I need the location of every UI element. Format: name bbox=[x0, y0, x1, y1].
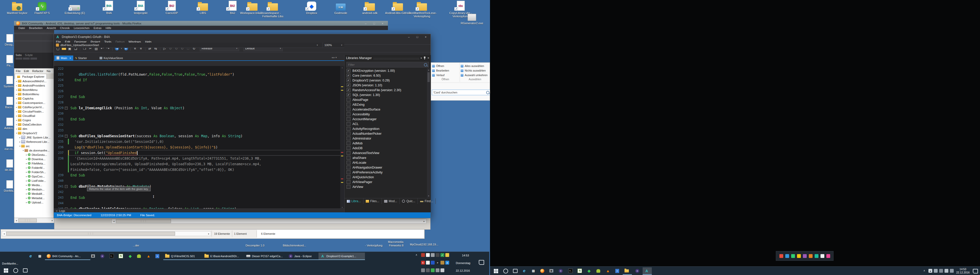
code-line[interactable]: 243End Sub bbox=[54, 195, 344, 201]
scroll-left-arrow[interactable]: ◂ bbox=[14, 219, 18, 222]
code-line[interactable]: 236 Log($"dbxFiles_UploadSessionStart(${… bbox=[54, 144, 344, 150]
library-checkbox[interactable] bbox=[347, 175, 350, 179]
library-item[interactable]: ✓DropboxV2 (version: 0.29) bbox=[345, 78, 427, 83]
library-checkbox[interactable] bbox=[347, 151, 350, 155]
tree-expander-icon[interactable]: ▸ bbox=[25, 180, 28, 182]
action-center-icon[interactable] bbox=[479, 260, 484, 265]
library-checkbox[interactable]: ✓ bbox=[347, 78, 350, 82]
library-item[interactable]: Administrator bbox=[345, 136, 427, 141]
tree-expander-icon[interactable]: ▸ bbox=[15, 84, 18, 87]
tree-expander-icon[interactable]: ▸ bbox=[15, 101, 18, 104]
eclipse-hscrollbar[interactable]: ◂ ⋮⋮⋮ ▸ bbox=[111, 219, 426, 224]
code-line[interactable]: 229−Sub lv_ItemLongClick (Position As In… bbox=[54, 105, 344, 111]
close-tab-icon[interactable]: × bbox=[69, 57, 71, 60]
tray-icon[interactable]: > bbox=[436, 261, 439, 265]
firefox-menu-item[interactable]: Bearbeiten bbox=[27, 27, 45, 30]
library-item[interactable]: ✓Core (version: 6.50) bbox=[345, 73, 427, 78]
tree-item[interactable]: ▸Media... bbox=[14, 183, 54, 187]
tree-item[interactable]: ▸DbxGestu... bbox=[14, 153, 54, 157]
code-fold-icon[interactable]: − bbox=[65, 185, 68, 188]
editor-zoom-select[interactable]: 100% ▾ bbox=[323, 43, 344, 47]
tree-item[interactable]: ▸BottomMenu bbox=[14, 92, 54, 96]
ribbon-command[interactable]: Öffnen bbox=[432, 64, 458, 68]
code-line[interactable]: 228 bbox=[54, 100, 344, 105]
eclipse-menu-item[interactable]: Refactor bbox=[30, 70, 45, 73]
library-checkbox[interactable] bbox=[347, 117, 350, 121]
desktop-icon[interactable]: ↗LIBS bbox=[189, 1, 216, 15]
code-line[interactable]: 227End Sub bbox=[54, 94, 344, 100]
taskbar-button[interactable]: e bbox=[27, 253, 35, 259]
tree-item[interactable]: ▸Upload... bbox=[14, 200, 54, 204]
scroll-left-arrow[interactable]: ◂ bbox=[2, 232, 6, 235]
library-checkbox[interactable]: ✓ bbox=[347, 83, 350, 87]
library-item[interactable]: ✓B4XEncryption (version: 1.00) bbox=[345, 68, 427, 73]
library-item[interactable]: AdoDB bbox=[345, 145, 427, 150]
tab-package-explorer[interactable]: Package Explorer bbox=[15, 74, 47, 79]
tray-overflow-icon[interactable] bbox=[821, 254, 824, 258]
firefox-menu-item[interactable]: Datei bbox=[17, 27, 27, 30]
tray-icon[interactable]: ✓ bbox=[441, 253, 444, 257]
ribbon-command[interactable]: Auswahl umkehren bbox=[461, 73, 489, 77]
taskbar-app-button[interactable] bbox=[595, 267, 604, 274]
tray-icon[interactable] bbox=[441, 269, 444, 272]
tree-item[interactable]: ▸Referenced Libr... bbox=[14, 139, 54, 144]
tray-overflow-icon[interactable] bbox=[780, 254, 783, 258]
tree-item[interactable]: ▸Downloa... bbox=[14, 157, 54, 161]
tray-icon[interactable] bbox=[431, 261, 434, 265]
desktop-icon[interactable]: RGenerator2.exe bbox=[458, 11, 485, 25]
library-item[interactable]: AirView bbox=[345, 184, 427, 189]
taskbar-app-button[interactable]: ▣ bbox=[548, 267, 557, 274]
panel-tab-libra[interactable]: Libra... bbox=[345, 198, 363, 204]
code-line[interactable]: LocalPath=/storage/emulated/0, UploadFin… bbox=[54, 161, 344, 167]
code-line[interactable]: 232 bbox=[54, 122, 344, 128]
library-item[interactable]: ActivityRecognition bbox=[345, 126, 427, 131]
code-line[interactable]: 240 bbox=[54, 178, 344, 183]
tray-icon[interactable] bbox=[934, 269, 938, 273]
close-button[interactable]: × bbox=[422, 35, 429, 39]
library-checkbox[interactable]: ✓ bbox=[347, 88, 350, 92]
taskbar-button[interactable]: >_ bbox=[108, 253, 116, 259]
panel-tab-mod[interactable]: Mod... bbox=[382, 198, 400, 204]
firefox-menu-item[interactable]: Ansicht bbox=[45, 27, 58, 30]
tree-item[interactable]: ▸CdsRecyclerVi... bbox=[14, 105, 54, 109]
tray-overflow-icon[interactable] bbox=[797, 254, 801, 258]
library-checkbox[interactable] bbox=[347, 185, 350, 189]
scroll-right-arrow[interactable]: ▸ bbox=[422, 220, 426, 223]
panel-tab-quic[interactable]: Quic... bbox=[400, 198, 418, 204]
tree-item[interactable]: ▸Coges bbox=[14, 118, 54, 122]
tray-icon[interactable] bbox=[950, 269, 954, 273]
tray-expand-chevron[interactable]: ∧ bbox=[415, 253, 417, 256]
libraries-list[interactable]: ✓B4XEncryption (version: 1.00)✓Core (ver… bbox=[345, 68, 427, 198]
desktop-icon[interactable]: ↗Entwicklung (E) bbox=[61, 1, 88, 15]
library-item[interactable]: AHLocale bbox=[345, 160, 427, 165]
code-line[interactable]: 239End Sub bbox=[54, 172, 344, 178]
taskbar-app-button[interactable]: e bbox=[520, 267, 529, 274]
tree-expander-icon[interactable]: ▸ bbox=[15, 97, 18, 100]
desktop-icon[interactable]: B4A↗testprojekt bbox=[127, 1, 154, 15]
code-line[interactable]: 223 dbxFiles.listFolder(fld.PathLower,Fa… bbox=[54, 71, 344, 77]
ribbon-command[interactable]: Verlauf bbox=[432, 73, 458, 77]
taskbar-app-button[interactable]: ≡ bbox=[614, 267, 623, 274]
library-item[interactable]: ✓JSON (version: 1.10) bbox=[345, 83, 427, 88]
library-checkbox[interactable]: ✓ bbox=[347, 69, 350, 73]
tree-item[interactable]: ▸ListFolde... bbox=[14, 179, 54, 183]
library-checkbox[interactable] bbox=[347, 180, 350, 184]
libraries-filter-input[interactable] bbox=[347, 63, 422, 66]
code-line[interactable]: 238 '{SessionId=AAAAAAAABEsC88Cd5UrifyA,… bbox=[54, 156, 344, 161]
tray-clock-date[interactable]: 22.12.2016 bbox=[456, 269, 470, 272]
code-line[interactable]: 233 bbox=[54, 128, 344, 133]
code-line[interactable]: 234−Sub dbxFiles_UploadSessionStart(succ… bbox=[54, 133, 344, 139]
library-checkbox[interactable]: ✓ bbox=[347, 93, 350, 97]
tree-item[interactable]: ▸Metadat... bbox=[14, 196, 54, 200]
tree-item[interactable]: ▸AndroidProviders bbox=[14, 83, 54, 88]
tree-expander-icon[interactable]: ▸ bbox=[15, 93, 18, 95]
tree-expander-icon[interactable]: ▸ bbox=[25, 201, 28, 204]
library-checkbox[interactable] bbox=[347, 161, 350, 164]
tray-icon[interactable] bbox=[426, 269, 430, 272]
library-checkbox[interactable] bbox=[347, 103, 350, 106]
tray-overflow-icon[interactable] bbox=[785, 254, 789, 258]
taskbar-app-button[interactable]: N bbox=[576, 267, 585, 274]
taskbar-button-dieserpcs7edgeca[interactable]: Dieser PC\S7 edge\Ca... bbox=[245, 253, 287, 260]
start-button[interactable] bbox=[2, 267, 10, 274]
library-checkbox[interactable] bbox=[347, 107, 350, 111]
